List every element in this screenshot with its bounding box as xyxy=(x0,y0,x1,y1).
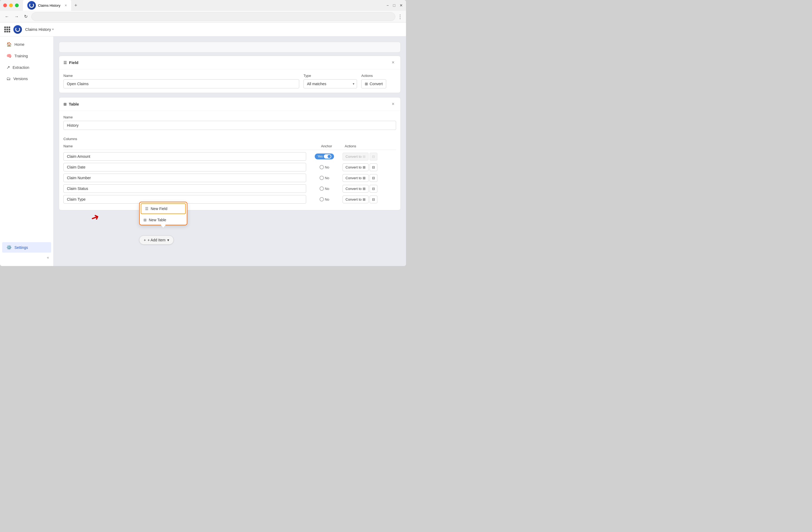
settings-icon: ⚙️ xyxy=(6,245,12,250)
close-window-button[interactable] xyxy=(3,3,7,7)
radio-icon-2 xyxy=(320,176,324,180)
popup-new-table-item[interactable]: ⊞ New Table xyxy=(140,215,187,225)
sidebar-label-versions: Versions xyxy=(13,76,28,81)
field-card-close-button[interactable]: × xyxy=(390,59,396,66)
sidebar-item-extraction[interactable]: ↗ Extraction xyxy=(2,62,51,73)
column-name-input-2[interactable] xyxy=(63,173,306,182)
column-name-input-3[interactable] xyxy=(63,184,306,193)
col-anchor-header: Anchor xyxy=(310,144,343,148)
minimize-icon[interactable]: − xyxy=(387,3,389,8)
close-icon[interactable]: ✕ xyxy=(400,3,403,8)
columns-section: Columns Name Anchor Actions Yes xyxy=(63,137,396,204)
columns-header: Name Anchor Actions xyxy=(63,142,396,150)
active-tab[interactable]: Claims History × xyxy=(23,0,71,11)
sidebar-item-home[interactable]: 🏠 Home xyxy=(2,39,51,50)
convert-to-text-3: Convert to xyxy=(346,187,362,191)
sidebar: 🏠 Home 🧠 Training ↗ Extraction 🗂 Version… xyxy=(0,37,54,266)
new-tab-button[interactable]: + xyxy=(72,2,79,9)
maximize-icon[interactable]: □ xyxy=(393,3,395,8)
partial-card xyxy=(59,42,401,53)
popup-arrow xyxy=(139,225,187,228)
minimize-window-button[interactable] xyxy=(9,3,13,7)
table-row: No Convert to ⊞ ⊟ xyxy=(63,195,396,204)
add-item-dropdown-icon: ▾ xyxy=(167,238,169,242)
new-table-label: New Table xyxy=(149,218,166,222)
column-name-input-1[interactable] xyxy=(63,163,306,171)
table-name-label: Name xyxy=(63,115,396,119)
add-item-button[interactable]: + + Add Item ▾ xyxy=(139,236,174,244)
table-name-input[interactable] xyxy=(63,121,396,130)
table-card-title: ⊞ Table xyxy=(63,102,79,106)
field-card-body: Name Type All matches First match Last m… xyxy=(59,69,401,93)
tab-close-icon[interactable]: × xyxy=(65,3,67,8)
table-icon-3: ⊞ xyxy=(363,187,366,191)
anchor-toggle-yes-0[interactable]: Yes xyxy=(315,154,334,159)
field-type-column: Type All matches First match Last match … xyxy=(304,74,357,88)
convert-to-table-button-2[interactable]: Convert to ⊞ xyxy=(343,174,368,182)
sidebar-label-settings: Settings xyxy=(14,246,28,250)
splitter-button-0[interactable]: ⊟ xyxy=(369,153,377,160)
column-actions-1: Convert to ⊞ ⊟ xyxy=(343,164,396,171)
sidebar-label-home: Home xyxy=(14,42,24,47)
field-type-select[interactable]: All matches First match Last match xyxy=(304,79,357,88)
convert-to-table-button-3[interactable]: Convert to ⊞ xyxy=(343,185,368,193)
column-actions-0: Convert to ⊞ ⊟ xyxy=(343,153,396,160)
column-name-input-0[interactable] xyxy=(63,152,306,161)
training-icon: 🧠 xyxy=(6,53,12,58)
window-controls xyxy=(3,3,19,7)
anchor-toggle-no-2[interactable]: No xyxy=(320,176,330,180)
sidebar-item-settings[interactable]: ⚙️ Settings xyxy=(2,242,51,253)
address-bar[interactable] xyxy=(31,12,395,21)
popup-menu-container: ☰ New Field ⊞ New Table xyxy=(139,202,187,228)
anchor-toggle-no-1[interactable]: No xyxy=(320,165,330,169)
field-convert-button[interactable]: ⊞ Convert xyxy=(361,79,386,88)
column-anchor-1: No xyxy=(308,165,340,169)
anchor-toggle-no-3[interactable]: No xyxy=(320,186,330,191)
window-buttons: − □ ✕ xyxy=(387,3,403,8)
home-icon: 🏠 xyxy=(6,42,12,47)
col-actions-header: Actions xyxy=(343,144,396,148)
popup-new-field-item[interactable]: ☰ New Field xyxy=(141,203,186,214)
app-logo xyxy=(13,25,22,34)
splitter-button-1[interactable]: ⊟ xyxy=(369,164,377,171)
add-item-plus-icon: + xyxy=(144,238,146,242)
field-type-select-wrapper: All matches First match Last match ▾ xyxy=(304,79,357,88)
nav-bar: ← → ↻ ⋮ xyxy=(0,11,406,23)
table-row: No Convert to ⊞ ⊟ xyxy=(63,173,396,182)
add-item-label: + Add Item xyxy=(147,238,165,242)
reload-button[interactable]: ↻ xyxy=(23,13,29,20)
apps-grid-icon[interactable] xyxy=(4,27,10,32)
table-card-body: Name Columns Name Anchor Actions xyxy=(59,111,401,210)
maximize-window-button[interactable] xyxy=(15,3,19,7)
add-item-container: + + Add Item ▾ xyxy=(139,236,174,244)
convert-to-text-1: Convert to xyxy=(346,165,362,169)
table-icon-4: ⊞ xyxy=(363,197,366,201)
forward-button[interactable]: → xyxy=(13,13,20,20)
column-anchor-0: Yes xyxy=(308,154,340,159)
col-name-header: Name xyxy=(63,144,310,148)
collapse-sidebar-button[interactable]: « xyxy=(0,253,53,262)
radio-icon-3 xyxy=(320,186,324,191)
convert-to-table-button-1[interactable]: Convert to ⊞ xyxy=(343,164,368,171)
field-type-label: Type xyxy=(304,74,357,78)
splitter-button-2[interactable]: ⊟ xyxy=(369,174,377,182)
sidebar-item-training[interactable]: 🧠 Training xyxy=(2,51,51,61)
convert-to-table-button-0[interactable]: Convert to ⊞ xyxy=(343,153,368,160)
column-actions-2: Convert to ⊞ ⊟ xyxy=(343,174,396,182)
convert-to-table-button-4[interactable]: Convert to ⊞ xyxy=(343,196,368,203)
field-form-row: Name Type All matches First match Last m… xyxy=(63,74,396,88)
app-bar: Claims History ▾ xyxy=(0,23,406,37)
table-row: No Convert to ⊞ ⊟ xyxy=(63,184,396,193)
splitter-button-3[interactable]: ⊟ xyxy=(369,185,377,193)
sidebar-item-versions[interactable]: 🗂 Versions xyxy=(2,74,51,84)
app-name-dropdown-icon[interactable]: ▾ xyxy=(52,28,54,31)
column-actions-3: Convert to ⊞ ⊟ xyxy=(343,185,396,193)
more-menu-button[interactable]: ⋮ xyxy=(397,13,403,20)
splitter-button-4[interactable]: ⊟ xyxy=(369,196,377,203)
field-name-input[interactable] xyxy=(63,79,299,88)
table-card-close-button[interactable]: × xyxy=(390,101,396,108)
extraction-icon: ↗ xyxy=(6,65,10,70)
anchor-toggle-no-4[interactable]: No xyxy=(320,197,330,201)
back-button[interactable]: ← xyxy=(3,13,11,20)
columns-label: Columns xyxy=(63,137,396,141)
